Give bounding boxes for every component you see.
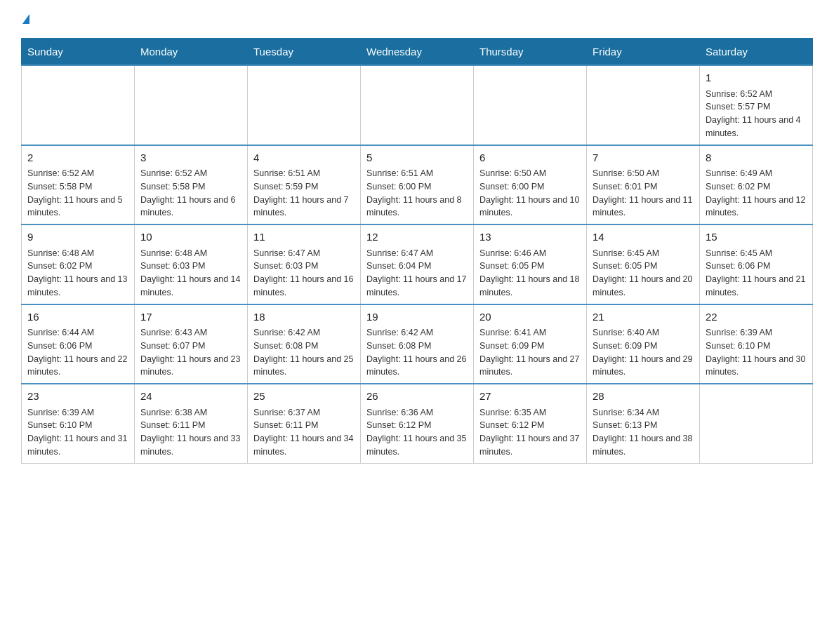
day-number: 5 (366, 150, 468, 166)
day-number: 6 (479, 150, 581, 166)
day-number: 15 (706, 229, 807, 246)
calendar-cell: 27Sunrise: 6:35 AM Sunset: 6:12 PM Dayli… (474, 384, 587, 463)
calendar-cell: 24Sunrise: 6:38 AM Sunset: 6:11 PM Dayli… (135, 384, 248, 463)
weekday-header-saturday: Saturday (700, 39, 813, 66)
day-info: Sunrise: 6:35 AM Sunset: 6:12 PM Dayligh… (479, 406, 581, 459)
day-number: 26 (366, 389, 468, 405)
calendar-cell: 16Sunrise: 6:44 AM Sunset: 6:06 PM Dayli… (22, 304, 135, 384)
day-number: 10 (140, 229, 241, 246)
weekday-header-thursday: Thursday (474, 39, 587, 66)
week-row-3: 9Sunrise: 6:48 AM Sunset: 6:02 PM Daylig… (22, 224, 813, 304)
day-number: 17 (140, 309, 241, 326)
day-info: Sunrise: 6:47 AM Sunset: 6:03 PM Dayligh… (253, 247, 355, 300)
day-info: Sunrise: 6:50 AM Sunset: 6:01 PM Dayligh… (593, 167, 694, 220)
week-row-2: 2Sunrise: 6:52 AM Sunset: 5:58 PM Daylig… (22, 145, 813, 225)
calendar-cell (248, 65, 361, 145)
calendar-cell (135, 65, 248, 145)
calendar-cell: 18Sunrise: 6:42 AM Sunset: 6:08 PM Dayli… (248, 304, 361, 384)
calendar-cell: 8Sunrise: 6:49 AM Sunset: 6:02 PM Daylig… (700, 145, 813, 225)
day-number: 7 (593, 150, 694, 166)
day-number: 11 (253, 229, 355, 246)
calendar-cell: 26Sunrise: 6:36 AM Sunset: 6:12 PM Dayli… (361, 384, 474, 463)
day-info: Sunrise: 6:39 AM Sunset: 6:10 PM Dayligh… (706, 326, 807, 379)
day-number: 9 (27, 229, 128, 246)
day-info: Sunrise: 6:51 AM Sunset: 5:59 PM Dayligh… (253, 167, 355, 220)
day-info: Sunrise: 6:49 AM Sunset: 6:02 PM Dayligh… (706, 167, 807, 220)
day-number: 27 (479, 389, 581, 405)
day-info: Sunrise: 6:47 AM Sunset: 6:04 PM Dayligh… (366, 247, 468, 300)
day-info: Sunrise: 6:48 AM Sunset: 6:03 PM Dayligh… (140, 247, 241, 300)
day-number: 23 (27, 389, 128, 405)
week-row-4: 16Sunrise: 6:44 AM Sunset: 6:06 PM Dayli… (22, 304, 813, 384)
calendar-cell (361, 65, 474, 145)
calendar-cell: 3Sunrise: 6:52 AM Sunset: 5:58 PM Daylig… (135, 145, 248, 225)
day-info: Sunrise: 6:37 AM Sunset: 6:11 PM Dayligh… (253, 406, 355, 459)
weekday-header-wednesday: Wednesday (361, 39, 474, 66)
day-number: 4 (253, 150, 355, 166)
day-info: Sunrise: 6:39 AM Sunset: 6:10 PM Dayligh… (27, 406, 128, 459)
day-info: Sunrise: 6:38 AM Sunset: 6:11 PM Dayligh… (140, 406, 241, 459)
calendar-cell: 1Sunrise: 6:52 AM Sunset: 5:57 PM Daylig… (700, 65, 813, 145)
day-number: 22 (706, 309, 807, 326)
day-number: 2 (27, 150, 128, 166)
calendar-cell: 14Sunrise: 6:45 AM Sunset: 6:05 PM Dayli… (587, 224, 700, 304)
day-info: Sunrise: 6:46 AM Sunset: 6:05 PM Dayligh… (479, 247, 581, 300)
weekday-header-tuesday: Tuesday (248, 39, 361, 66)
week-row-5: 23Sunrise: 6:39 AM Sunset: 6:10 PM Dayli… (22, 384, 813, 463)
day-number: 19 (366, 309, 468, 326)
calendar-cell: 22Sunrise: 6:39 AM Sunset: 6:10 PM Dayli… (700, 304, 813, 384)
calendar-cell: 2Sunrise: 6:52 AM Sunset: 5:58 PM Daylig… (22, 145, 135, 225)
calendar-cell: 25Sunrise: 6:37 AM Sunset: 6:11 PM Dayli… (248, 384, 361, 463)
calendar-cell: 10Sunrise: 6:48 AM Sunset: 6:03 PM Dayli… (135, 224, 248, 304)
calendar-cell: 21Sunrise: 6:40 AM Sunset: 6:09 PM Dayli… (587, 304, 700, 384)
page-header (21, 14, 813, 24)
day-number: 14 (593, 229, 694, 246)
day-info: Sunrise: 6:45 AM Sunset: 6:05 PM Dayligh… (593, 247, 694, 300)
day-info: Sunrise: 6:34 AM Sunset: 6:13 PM Dayligh… (593, 406, 694, 459)
day-info: Sunrise: 6:36 AM Sunset: 6:12 PM Dayligh… (366, 406, 468, 459)
day-info: Sunrise: 6:43 AM Sunset: 6:07 PM Dayligh… (140, 326, 241, 379)
calendar-cell: 7Sunrise: 6:50 AM Sunset: 6:01 PM Daylig… (587, 145, 700, 225)
calendar-table: SundayMondayTuesdayWednesdayThursdayFrid… (21, 38, 813, 464)
day-info: Sunrise: 6:52 AM Sunset: 5:58 PM Dayligh… (140, 167, 241, 220)
calendar-cell: 13Sunrise: 6:46 AM Sunset: 6:05 PM Dayli… (474, 224, 587, 304)
logo (21, 14, 29, 24)
calendar-cell: 15Sunrise: 6:45 AM Sunset: 6:06 PM Dayli… (700, 224, 813, 304)
calendar-cell: 19Sunrise: 6:42 AM Sunset: 6:08 PM Dayli… (361, 304, 474, 384)
calendar-cell (587, 65, 700, 145)
calendar-cell: 28Sunrise: 6:34 AM Sunset: 6:13 PM Dayli… (587, 384, 700, 463)
day-info: Sunrise: 6:41 AM Sunset: 6:09 PM Dayligh… (479, 326, 581, 379)
day-number: 16 (27, 309, 128, 326)
day-number: 3 (140, 150, 241, 166)
day-number: 20 (479, 309, 581, 326)
calendar-cell: 9Sunrise: 6:48 AM Sunset: 6:02 PM Daylig… (22, 224, 135, 304)
logo-triangle-icon (22, 14, 29, 24)
day-number: 18 (253, 309, 355, 326)
calendar-cell: 23Sunrise: 6:39 AM Sunset: 6:10 PM Dayli… (22, 384, 135, 463)
day-number: 13 (479, 229, 581, 246)
calendar-cell: 5Sunrise: 6:51 AM Sunset: 6:00 PM Daylig… (361, 145, 474, 225)
day-number: 21 (593, 309, 694, 326)
day-info: Sunrise: 6:50 AM Sunset: 6:00 PM Dayligh… (479, 167, 581, 220)
calendar-cell: 11Sunrise: 6:47 AM Sunset: 6:03 PM Dayli… (248, 224, 361, 304)
day-info: Sunrise: 6:44 AM Sunset: 6:06 PM Dayligh… (27, 326, 128, 379)
day-number: 12 (366, 229, 468, 246)
day-number: 1 (706, 70, 807, 86)
day-number: 8 (706, 150, 807, 166)
day-info: Sunrise: 6:51 AM Sunset: 6:00 PM Dayligh… (366, 167, 468, 220)
weekday-header-sunday: Sunday (22, 39, 135, 66)
calendar-cell: 17Sunrise: 6:43 AM Sunset: 6:07 PM Dayli… (135, 304, 248, 384)
calendar-cell: 20Sunrise: 6:41 AM Sunset: 6:09 PM Dayli… (474, 304, 587, 384)
day-number: 25 (253, 389, 355, 405)
calendar-cell (22, 65, 135, 145)
day-info: Sunrise: 6:52 AM Sunset: 5:57 PM Dayligh… (706, 88, 807, 140)
calendar-cell: 4Sunrise: 6:51 AM Sunset: 5:59 PM Daylig… (248, 145, 361, 225)
day-info: Sunrise: 6:40 AM Sunset: 6:09 PM Dayligh… (593, 326, 694, 379)
calendar-cell (700, 384, 813, 463)
weekday-header-friday: Friday (587, 39, 700, 66)
day-info: Sunrise: 6:48 AM Sunset: 6:02 PM Dayligh… (27, 247, 128, 300)
calendar-cell: 6Sunrise: 6:50 AM Sunset: 6:00 PM Daylig… (474, 145, 587, 225)
day-info: Sunrise: 6:42 AM Sunset: 6:08 PM Dayligh… (253, 326, 355, 379)
day-number: 28 (593, 389, 694, 405)
day-info: Sunrise: 6:52 AM Sunset: 5:58 PM Dayligh… (27, 167, 128, 220)
